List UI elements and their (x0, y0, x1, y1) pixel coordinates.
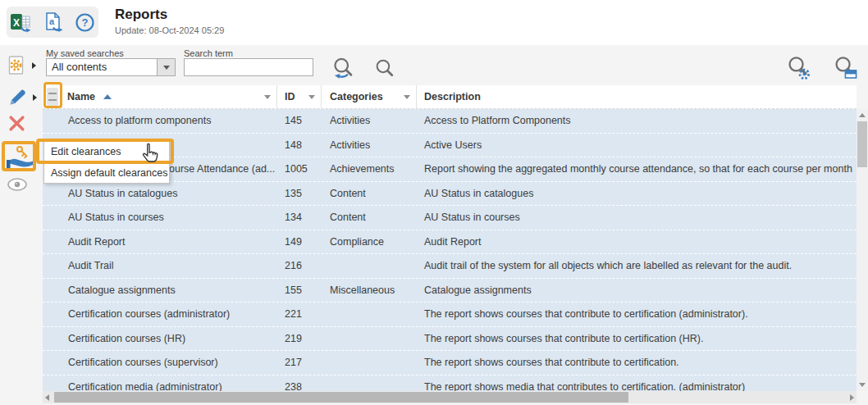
vertical-scrollbar[interactable] (857, 109, 868, 391)
clearances-hand-key-icon (7, 144, 34, 169)
dropdown-arrow-button[interactable] (157, 59, 175, 75)
export-toolbar: X a ? (7, 7, 98, 38)
cell-id: 135 (277, 188, 322, 199)
view-eye-icon (7, 177, 28, 192)
cell-description: Audit Report (417, 236, 857, 248)
column-label: Description (424, 91, 481, 102)
search-settings-icon[interactable] (786, 55, 812, 81)
table-row[interactable]: Catalogue assignments 155 Miscellaneous … (43, 279, 857, 303)
edit-pencil-icon (7, 87, 28, 108)
horizontal-scroll-thumb[interactable] (54, 392, 628, 403)
search-profile-icon[interactable] (833, 55, 859, 81)
table-row[interactable]: Audit Report 149 Compliance Audit Report (43, 230, 857, 255)
help-icon[interactable]: ? (75, 12, 95, 33)
table-row[interactable]: Certification media (administrator) 238 … (43, 375, 857, 392)
export-excel-icon[interactable]: X (10, 11, 32, 34)
cell-description: Report showing the aggregated monthly co… (417, 163, 857, 175)
saved-searches-value: All contents (47, 59, 157, 75)
cell-categories: Content (322, 212, 417, 223)
scroll-up-icon[interactable] (859, 113, 866, 117)
column-header-categories[interactable]: Categories (322, 85, 417, 108)
cell-name: AU Status in courses (62, 212, 277, 223)
column-header-id[interactable]: ID (277, 85, 322, 108)
table-row[interactable]: Certification courses (administrator) 22… (43, 303, 857, 327)
grip-menu-icon (47, 88, 58, 106)
reports-table: Name ID Categories Description Access to… (43, 85, 857, 391)
export-file-icon[interactable]: a (43, 11, 64, 33)
search-history-icon[interactable] (331, 56, 356, 80)
saved-searches-label: My saved searches (46, 48, 124, 58)
cell-id: 238 (277, 381, 322, 391)
cell-categories: Activities (322, 115, 417, 126)
filter-dropdown-icon[interactable] (264, 95, 271, 99)
cell-id: 134 (277, 212, 322, 223)
cell-name: AU Status in catalogues (62, 188, 277, 199)
cell-id: 217 (277, 357, 322, 368)
table-row[interactable]: Certification courses (HR) 219 The repor… (43, 327, 857, 352)
table-row[interactable]: Audit Trail 216 Audit trail of the syste… (43, 254, 857, 279)
cell-id: 145 (277, 115, 322, 126)
page-title: Reports (115, 7, 167, 23)
svg-text:a: a (49, 16, 55, 26)
cell-description: The report shows courses that contribute… (417, 308, 857, 320)
svg-text:?: ? (82, 16, 89, 29)
column-chooser-header[interactable] (43, 85, 62, 108)
filter-dropdown-icon[interactable] (308, 95, 315, 99)
scroll-right-icon[interactable] (850, 394, 854, 401)
sidebar-item-view[interactable] (7, 177, 28, 192)
cell-id: 155 (277, 284, 322, 296)
generate-report-icon (7, 55, 27, 76)
cell-id: 148 (277, 139, 322, 151)
cell-description: Audit trail of the system for all object… (417, 260, 857, 271)
table-row[interactable]: Access to platform components 145 Activi… (43, 109, 857, 134)
flyout-caret-icon (33, 94, 37, 101)
saved-searches-dropdown[interactable]: All contents (46, 58, 176, 76)
sort-ascending-icon (103, 94, 112, 99)
cell-description: AU Status in catalogues (417, 188, 857, 199)
cell-name: Certification courses (HR) (62, 333, 277, 344)
table-row[interactable]: Certification courses (supervisor) 217 T… (43, 351, 857, 375)
search-term-input[interactable] (184, 58, 313, 76)
horizontal-scrollbar[interactable] (43, 391, 857, 403)
column-header-name[interactable]: Name (62, 85, 277, 108)
scroll-down-icon[interactable] (859, 383, 866, 387)
search-icon[interactable] (372, 56, 397, 80)
cell-name: Certification courses (supervisor) (62, 357, 277, 368)
hand-cursor-icon (139, 143, 161, 169)
cell-description: Access to Platform Components (417, 115, 857, 126)
svg-text:X: X (13, 16, 20, 28)
column-label: Categories (330, 91, 383, 102)
filter-dropdown-icon[interactable] (404, 95, 410, 99)
sidebar-item-clearances[interactable] (7, 144, 47, 169)
cell-description: The report shows courses that contribute… (417, 357, 857, 368)
table-header-row: Name ID Categories Description (43, 85, 857, 109)
scroll-left-icon[interactable] (45, 394, 49, 401)
sidebar-item-delete[interactable] (7, 113, 27, 134)
search-term-label: Search term (184, 48, 233, 58)
vertical-scroll-thumb[interactable] (857, 121, 867, 167)
page-subtitle: Update: 08-Oct-2024 05:29 (115, 25, 224, 35)
cell-description: AU Status in courses (417, 212, 857, 223)
cell-categories: Compliance (322, 236, 417, 248)
cell-id: 219 (277, 333, 322, 344)
column-header-description[interactable]: Description (417, 85, 857, 108)
cell-id: 221 (277, 308, 322, 320)
sidebar-item-edit[interactable] (7, 87, 37, 108)
flyout-caret-icon (32, 62, 36, 69)
cell-description: The report shows courses that contribute… (417, 333, 857, 344)
column-label: ID (285, 91, 295, 102)
table-row[interactable]: AU Status in courses 134 Content AU Stat… (43, 206, 857, 230)
cell-description: Active Users (417, 139, 857, 151)
sidebar-item-generate-report[interactable] (7, 55, 36, 76)
cell-name: Certification media (administrator) (62, 381, 277, 391)
cell-id: 216 (277, 260, 322, 271)
cell-categories: Achievements (322, 163, 417, 175)
cell-description: The report shows media that contributes … (417, 381, 857, 391)
cell-name: Audit Trail (62, 260, 277, 271)
table-row[interactable]: AU Status in catalogues 135 Content AU S… (43, 182, 857, 207)
cell-categories: Content (322, 188, 417, 199)
cell-categories: Miscellaneous (322, 284, 417, 296)
chevron-down-icon (163, 66, 170, 70)
cell-name: Catalogue assignments (62, 284, 277, 296)
cell-name: Certification courses (administrator) (62, 308, 277, 320)
